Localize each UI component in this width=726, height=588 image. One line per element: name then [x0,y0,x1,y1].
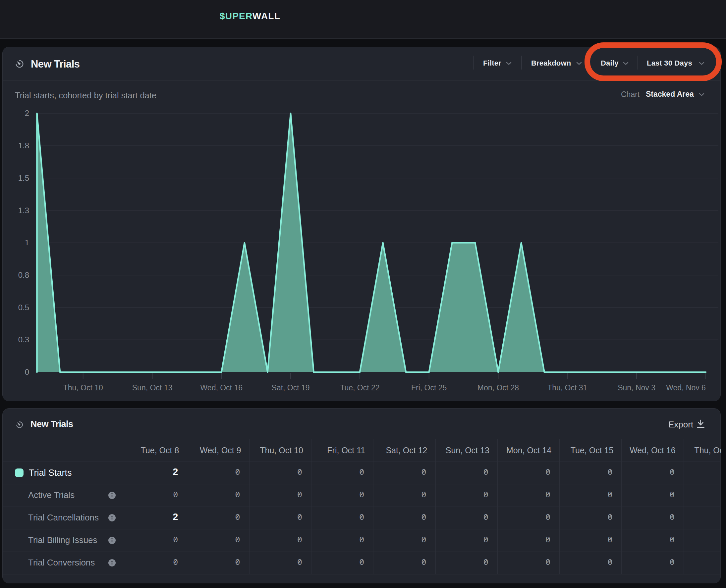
svg-text:0.3: 0.3 [18,335,29,344]
svg-text:0.8: 0.8 [18,271,29,279]
svg-text:1.8: 1.8 [18,141,29,150]
svg-text:Wed, Nov 6: Wed, Nov 6 [666,383,706,392]
svg-text:Mon, Oct 28: Mon, Oct 28 [478,383,519,392]
svg-text:Sun, Oct 13: Sun, Oct 13 [132,383,172,392]
svg-text:1.3: 1.3 [18,206,29,215]
svg-text:1.5: 1.5 [18,173,29,183]
svg-text:Fri, Oct 25: Fri, Oct 25 [411,383,447,392]
svg-text:0.5: 0.5 [18,303,29,312]
svg-text:1: 1 [25,238,29,247]
svg-text:Wed, Oct 16: Wed, Oct 16 [200,383,243,392]
svg-text:0: 0 [25,368,29,376]
svg-text:2: 2 [25,109,29,118]
svg-text:Sun, Nov 3: Sun, Nov 3 [618,383,656,392]
svg-text:Sat, Oct 19: Sat, Oct 19 [272,383,310,392]
svg-text:Thu, Oct 10: Thu, Oct 10 [63,383,103,392]
svg-text:Tue, Oct 22: Tue, Oct 22 [340,383,379,392]
svg-text:Thu, Oct 31: Thu, Oct 31 [547,383,587,392]
